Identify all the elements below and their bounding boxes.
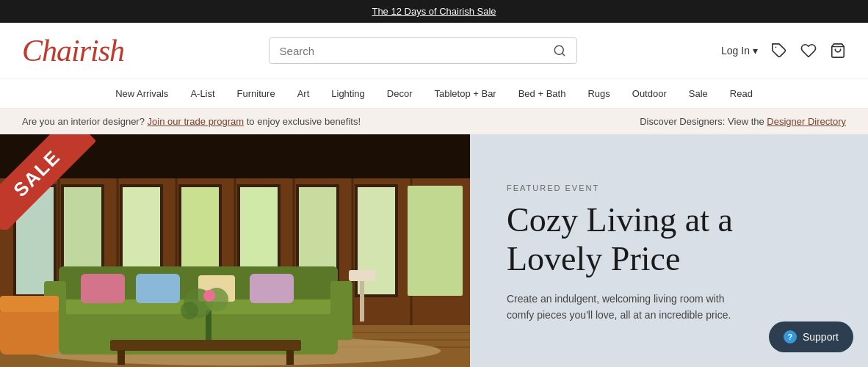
login-button[interactable]: Log In ▾	[721, 45, 758, 57]
header: Chairish Log In ▾	[0, 23, 868, 79]
wishlist-button[interactable]	[800, 43, 817, 59]
login-chevron: ▾	[753, 45, 758, 57]
banner-link[interactable]: The 12 Days of Chairish Sale	[372, 6, 496, 17]
svg-rect-40	[136, 274, 180, 303]
nav-item-bed-bath[interactable]: Bed + Bath	[518, 88, 566, 99]
hero-description: Create an indulgent, welcoming living ro…	[507, 291, 742, 324]
tag-icon-button[interactable]	[771, 43, 787, 59]
info-bar-right: Discover Designers: View the Designer Di…	[640, 116, 846, 127]
info-bar-left-text: Are you an interior designer?	[22, 116, 145, 127]
cart-icon	[830, 43, 846, 59]
featured-label: FEATURED EVENT	[507, 184, 831, 192]
info-bar-right-text: Discover Designers: View the	[640, 116, 764, 127]
support-button[interactable]: ? Support	[769, 321, 853, 352]
svg-point-50	[203, 290, 215, 302]
svg-rect-53	[0, 307, 59, 355]
sale-badge-text: SALE	[0, 134, 95, 230]
info-bar: Are you an interior designer? Join our t…	[0, 109, 868, 134]
nav-item-furniture[interactable]: Furniture	[237, 88, 275, 99]
svg-rect-51	[360, 277, 364, 321]
nav-item-lighting[interactable]: Lighting	[331, 88, 365, 99]
search-input[interactable]	[280, 45, 553, 57]
login-label: Log In	[721, 45, 750, 57]
svg-rect-39	[81, 274, 125, 303]
hero-section: SALE FEATURED EVENT Cozy Living at a Lov…	[0, 134, 868, 367]
nav-item-a-list[interactable]: A-List	[190, 88, 214, 99]
heart-icon	[800, 43, 817, 59]
search-bar-container	[269, 37, 577, 64]
header-actions: Log In ▾	[721, 43, 846, 59]
hero-title: Cozy Living at a Lovely Price	[507, 201, 831, 279]
nav-item-rugs[interactable]: Rugs	[587, 88, 610, 99]
support-label: Support	[803, 331, 839, 343]
svg-rect-44	[117, 350, 125, 365]
svg-rect-45	[286, 350, 294, 365]
svg-rect-21	[408, 186, 463, 296]
svg-rect-54	[0, 296, 59, 312]
info-bar-left-suffix: to enjoy exclusive benefits!	[247, 116, 361, 127]
nav-item-new-arrivals[interactable]: New Arrivals	[115, 88, 168, 99]
tag-icon	[771, 43, 787, 59]
nav-item-art[interactable]: Art	[297, 88, 310, 99]
designer-directory-link[interactable]: Designer Directory	[767, 116, 846, 127]
svg-rect-38	[330, 281, 352, 340]
svg-rect-43	[110, 340, 301, 351]
search-icon	[553, 44, 566, 57]
nav-item-decor[interactable]: Decor	[387, 88, 413, 99]
info-bar-left: Are you an interior designer? Join our t…	[22, 116, 361, 127]
hero-image: SALE	[0, 134, 470, 367]
trade-program-link[interactable]: Join our trade program	[148, 116, 245, 127]
support-icon: ?	[784, 330, 797, 344]
svg-point-49	[181, 302, 198, 319]
nav-item-sale[interactable]: Sale	[689, 88, 708, 99]
main-nav: New Arrivals A-List Furniture Art Lighti…	[0, 79, 868, 109]
sale-badge: SALE	[0, 134, 95, 230]
top-banner: The 12 Days of Chairish Sale	[0, 0, 868, 23]
logo[interactable]: Chairish	[22, 33, 124, 68]
svg-rect-42	[250, 274, 294, 303]
nav-item-outdoor[interactable]: Outdoor	[632, 88, 667, 99]
nav-item-read[interactable]: Read	[730, 88, 753, 99]
search-button[interactable]	[553, 44, 566, 57]
svg-line-1	[562, 53, 564, 55]
svg-rect-52	[349, 270, 375, 281]
cart-button[interactable]	[830, 43, 846, 59]
nav-item-tabletop-bar[interactable]: Tabletop + Bar	[435, 88, 496, 99]
